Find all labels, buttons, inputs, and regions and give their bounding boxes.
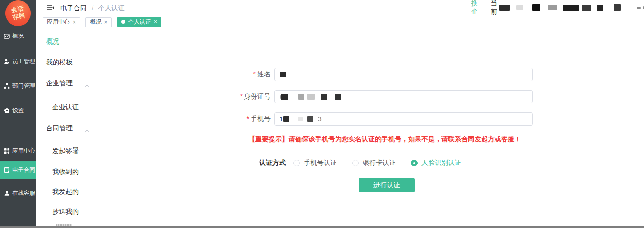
chevron-up-icon: [85, 126, 89, 130]
sidebar-item-settings[interactable]: 设置: [0, 101, 36, 119]
gear-icon: [4, 108, 10, 114]
redacted-value-block: [298, 117, 303, 121]
menu-group-contract-management[interactable]: 合同管理: [36, 123, 95, 133]
sidebar-item-departments[interactable]: 部门管理: [0, 77, 36, 95]
tab-overview[interactable]: 概况 ×: [85, 17, 112, 27]
sidebar-fold-icon[interactable]: [46, 4, 54, 11]
required-asterisk: *: [240, 92, 243, 100]
app-logo-text: 会话存档: [11, 5, 25, 21]
form-row-phone: *手机号 1 3: [212, 112, 533, 126]
proceed-auth-button[interactable]: 进行认证: [359, 178, 415, 192]
redacted-block: [582, 5, 591, 11]
sidebar-item-label: 设置: [12, 107, 24, 115]
redacted-value-block: [307, 94, 315, 100]
sidebar-item-label: 部门管理: [12, 82, 35, 90]
close-icon[interactable]: ×: [104, 19, 107, 25]
redacted-mark: [280, 95, 281, 99]
phone-visible-prefix: 1: [280, 115, 283, 123]
phone-input[interactable]: 1 3: [274, 112, 533, 126]
current-company-prefix: 当前: [491, 0, 497, 16]
sidebar-item-label: 电子合同: [12, 166, 35, 174]
employees-icon: [4, 58, 10, 64]
menu-item-company-auth[interactable]: 企业认证: [36, 102, 95, 112]
redacted-mark: [637, 7, 641, 9]
sidebar-item-label: 在线客服: [12, 189, 35, 197]
sidebar-item-label: 员工管理: [12, 57, 35, 65]
radio-phone-auth[interactable]: 手机号认证: [293, 159, 337, 167]
app-logo[interactable]: 会话存档: [4, 0, 33, 27]
redacted-value-block: [283, 116, 289, 122]
redacted-block: [597, 5, 603, 11]
radio-bank-card-auth[interactable]: 银行卡认证: [352, 159, 396, 167]
form-row-name: *姓名: [212, 68, 533, 81]
sidebar-item-employees[interactable]: 员工管理: [0, 52, 36, 70]
sidebar-item-e-contract[interactable]: 电子合同: [0, 161, 36, 179]
redacted-block: [563, 5, 579, 11]
redacted-block: [516, 5, 523, 10]
close-icon[interactable]: ×: [73, 19, 76, 25]
radio-face-recognition-auth[interactable]: 人脸识别认证: [411, 159, 461, 167]
breadcrumb-current: 个人认证: [98, 4, 125, 12]
menu-item-cc-to-me[interactable]: 抄送我的: [36, 207, 95, 216]
contract-icon: [4, 167, 10, 173]
secondary-sidebar: 概况 我的模板 企业管理 企业认证 合同管理 发起签署 我收到的 我发起的 抄送…: [36, 28, 95, 226]
sidebar-item-app-center[interactable]: 应用中心: [0, 142, 36, 160]
id-number-input[interactable]: [274, 90, 533, 103]
auth-method-label: 认证方式: [259, 159, 286, 167]
sidebar-item-overview[interactable]: 概况: [0, 27, 36, 45]
sidebar-item-online-support[interactable]: 在线客服: [0, 184, 36, 202]
top-header: 电子合同 / 个人认证 切换企业 当前: [36, 0, 644, 15]
breadcrumb-separator: /: [92, 4, 93, 12]
name-field-label: *姓名: [212, 70, 274, 79]
breadcrumb: 电子合同 / 个人认证: [60, 4, 125, 13]
redacted-company-name: [498, 4, 644, 11]
auth-method-radio-group: 认证方式 手机号认证 银行卡认证 人脸识别认证: [259, 158, 476, 168]
personal-auth-form: *姓名 *身份证号: [96, 28, 644, 226]
primary-sidebar: 会话存档 概况 员工管理 部门管理 设置: [0, 0, 36, 228]
important-notice-text: 【重要提示】请确保该手机号为您实名认证的手机号，如果不是，请联系合同发起方或客服…: [243, 135, 527, 144]
form-row-id-number: *身份证号: [212, 90, 533, 103]
tab-label: 概况: [90, 18, 101, 26]
app-window: 会话存档 概况 员工管理 部门管理 设置: [0, 0, 644, 228]
menu-item-my-templates[interactable]: 我的模板: [36, 57, 95, 67]
name-input[interactable]: [274, 68, 533, 81]
redacted-value-block: [307, 116, 313, 122]
redacted-value-block: [281, 94, 288, 100]
redacted-value-block: [298, 94, 304, 100]
radio-unchecked-icon[interactable]: [352, 160, 359, 166]
id-number-field-label: *身份证号: [212, 92, 274, 101]
required-asterisk: *: [253, 70, 256, 78]
departments-icon: [4, 83, 10, 89]
tab-personal-auth[interactable]: 个人认证 ×: [117, 17, 161, 27]
menu-item-overview[interactable]: 概况: [36, 36, 95, 46]
phone-visible-suffix: 3: [318, 115, 322, 123]
radio-checked-icon[interactable]: [411, 160, 418, 166]
breadcrumb-root[interactable]: 电子合同: [60, 4, 87, 12]
sidebar-item-label: 应用中心: [12, 147, 35, 155]
menu-item-initiated-by-me[interactable]: 我发起的: [36, 187, 95, 196]
radio-unchecked-icon[interactable]: [293, 160, 300, 166]
sidebar-item-label: 概况: [12, 32, 24, 40]
tags-view-bar: 应用中心 × 概况 × 个人认证 ×: [36, 15, 644, 28]
redacted-value-block: [321, 94, 327, 100]
tab-app-center[interactable]: 应用中心 ×: [43, 17, 80, 27]
tab-label: 个人认证: [128, 18, 151, 26]
apps-grid-icon: [4, 148, 10, 154]
customer-service-icon: [4, 190, 10, 196]
header-right: 切换企业 当前: [471, 0, 644, 15]
close-icon[interactable]: ×: [154, 19, 157, 25]
horizontal-scrollbar[interactable]: [0, 226, 644, 228]
required-asterisk: *: [247, 115, 249, 122]
redacted-value-block: [335, 94, 341, 100]
main-area: 电子合同 / 个人认证 切换企业 当前: [36, 0, 644, 228]
redacted-block: [614, 4, 621, 11]
chevron-up-icon: [85, 81, 89, 85]
menu-item-initiate-signing[interactable]: 发起签署: [36, 146, 95, 155]
menu-group-company-management[interactable]: 企业管理: [36, 78, 95, 88]
menu-item-received[interactable]: 我收到的: [36, 167, 95, 176]
active-tab-dot-icon: [121, 20, 125, 24]
tab-label: 应用中心: [47, 18, 70, 26]
redacted-block: [532, 4, 540, 11]
phone-field-label: *手机号: [212, 115, 274, 123]
redacted-block: [499, 5, 510, 11]
